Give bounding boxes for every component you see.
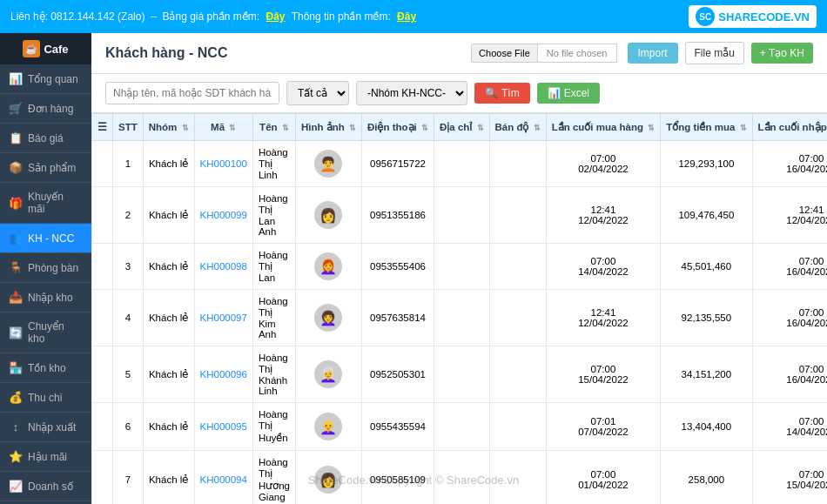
price-link[interactable]: Đây <box>266 10 286 23</box>
customer-link[interactable]: KH000097 <box>200 312 247 323</box>
customer-link[interactable]: KH000098 <box>200 261 247 272</box>
logo-icon: SC <box>696 7 715 26</box>
sidebar-item-baogia[interactable]: 📋 Báo giá <box>0 124 91 153</box>
sidebar-item-thuchi[interactable]: 💰 Thu chi <box>0 383 91 413</box>
cell-lancuoinhaph: 07:00 16/04/2022 <box>752 141 827 187</box>
sidebar-item-khuyenmai[interactable]: 🎁 Khuyến mãi <box>0 183 91 224</box>
cell-nhom: Khách lẻ <box>143 346 194 403</box>
cell-dienthoai: 0955435594 <box>361 403 434 451</box>
sidebar-item-doanhso[interactable]: 📈 Doanh số <box>0 472 91 501</box>
customer-link[interactable]: KH000095 <box>200 421 247 432</box>
col-header-lancuoinhaph[interactable]: Lần cuối nhập hàng ⇅ <box>752 114 827 141</box>
avatar: 👩‍🦲 <box>314 413 342 440</box>
table-row: 3 Khách lẻ KH000098 Hoàng Thị Lan 👩‍🦰 09… <box>92 244 828 290</box>
cell-hinhanh: 👩 <box>295 187 361 244</box>
col-header-tongtienmua[interactable]: Tổng tiền mua ⇅ <box>661 114 752 141</box>
cell-bando <box>489 187 546 244</box>
cell-lancuoinhaph: 12:41 12/04/2022 <box>752 187 827 244</box>
sidebar-item-phongban[interactable]: 🪑 Phòng bàn <box>0 253 91 283</box>
add-customer-button[interactable]: + Tạo KH <box>751 43 813 64</box>
dashboard-icon: 📊 <box>9 72 23 85</box>
table-row: 5 Khách lẻ KH000096 Hoàng Thị Khánh Linh… <box>92 346 828 403</box>
cell-lancuoimua: 07:01 07/04/2022 <box>546 403 661 451</box>
transfer-icon: 🔄 <box>9 326 23 339</box>
avatar: 👩‍🦱 <box>314 304 342 332</box>
category-select[interactable]: Tất cả <box>286 81 349 105</box>
sidebar-item-donhang[interactable]: 🛒 Đơn hàng <box>0 94 91 124</box>
cell-settings <box>92 290 113 346</box>
stock-icon: 🏪 <box>9 361 23 374</box>
sidebar-brand: ☕ Cafe <box>0 33 91 64</box>
col-header-settings: ☰ <box>92 114 113 141</box>
customer-link[interactable]: KH000094 <box>200 474 247 485</box>
excel-button[interactable]: 📊 Excel <box>537 83 600 104</box>
cell-lancuoinhaph: 07:00 14/04/2022 <box>752 403 827 451</box>
export-icon: ↕️ <box>9 420 23 433</box>
customer-link[interactable]: KH000096 <box>200 369 247 380</box>
cell-diachi <box>434 187 489 244</box>
sidebar-item-nhapkho[interactable]: 📥 Nhập kho <box>0 283 91 312</box>
cell-settings <box>92 403 113 451</box>
cell-nhom: Khách lẻ <box>143 141 194 187</box>
cell-ma: KH000095 <box>194 403 252 451</box>
avatar: 👩‍🦰 <box>314 252 342 280</box>
cell-hinhanh: 👩‍🦳 <box>295 346 361 403</box>
table-row: 1 Khách lẻ KH000100 Hoàng Thị Linh 🧑‍🦱 0… <box>92 141 828 187</box>
cell-tongtienmua: 92,135,550 <box>661 290 752 346</box>
sidebar-item-kh-ncc[interactable]: 👥 KH - NCC <box>0 224 91 253</box>
cell-hinhanh: 👩‍🦱 <box>295 290 361 346</box>
cell-ma: KH000097 <box>194 290 252 346</box>
cell-diachi <box>434 244 489 290</box>
cell-diachi <box>434 403 489 451</box>
topbar-contact: Liên hệ: 0812.144.142 (Zalo) – Bảng giá … <box>10 10 420 23</box>
cell-ten: Hoàng Thị Lan Anh <box>252 187 295 244</box>
col-header-stt: STT <box>113 114 144 141</box>
cell-ma: KH000100 <box>194 141 252 187</box>
col-header-nhom[interactable]: Nhóm ⇅ <box>143 114 194 141</box>
cell-hinhanh: 🧑‍🦱 <box>295 141 361 187</box>
page-title: Khách hàng - NCC <box>105 45 227 61</box>
col-header-dienthoai[interactable]: Điện thoại ⇅ <box>361 114 434 141</box>
cell-tongtienmua: 129,293,100 <box>661 141 752 187</box>
cell-nhom: Khách lẻ <box>143 403 194 451</box>
topbar: Liên hệ: 0812.144.142 (Zalo) – Bảng giá … <box>0 0 827 33</box>
cell-ma: KH000099 <box>194 187 252 244</box>
file-mau-button[interactable]: File mẫu <box>685 42 744 64</box>
customer-link[interactable]: KH000099 <box>200 210 247 220</box>
search-input[interactable] <box>105 82 279 104</box>
sidebar: ☕ Cafe 📊 Tổng quan 🛒 Đơn hàng 📋 Báo giá … <box>0 33 91 504</box>
import-button[interactable]: Import <box>628 43 678 64</box>
cell-lancuoimua: 12:41 12/04/2022 <box>546 187 661 244</box>
cell-dienthoai: 0953555406 <box>361 244 434 290</box>
col-header-lancuoimua[interactable]: Lần cuối mua hàng ⇅ <box>546 114 661 141</box>
cell-stt: 4 <box>113 290 144 346</box>
sidebar-item-chuyenkho[interactable]: 🔄 Chuyển kho <box>0 312 91 353</box>
search-button[interactable]: 🔍 Tìm <box>474 83 530 104</box>
cell-tongtienmua: 258,000 <box>661 451 752 505</box>
avatar: 👩 <box>314 466 342 494</box>
cell-hinhanh: 👩‍🦰 <box>295 244 361 290</box>
sidebar-item-haumai[interactable]: ⭐ Hậu mãi <box>0 442 91 472</box>
group-select[interactable]: -Nhóm KH-NCC- <box>356 81 467 105</box>
brand-icon: ☕ <box>23 40 40 57</box>
info-link[interactable]: Đây <box>397 10 416 23</box>
cell-lancuoimua: 07:00 15/04/2022 <box>546 346 661 403</box>
sidebar-item-tongquan[interactable]: 📊 Tổng quan <box>0 64 91 94</box>
sidebar-item-tonkho[interactable]: 🏪 Tồn kho <box>0 353 91 383</box>
cell-tongtienmua: 109,476,450 <box>661 187 752 244</box>
customer-link[interactable]: KH000100 <box>200 158 247 169</box>
sidebar-item-sanpham[interactable]: 📦 Sản phẩm <box>0 153 91 183</box>
cell-lancuoinhaph: 07:00 16/04/2022 <box>752 290 827 346</box>
finance-icon: 💰 <box>9 391 23 404</box>
search-icon: 🔍 <box>485 87 498 99</box>
cell-nhom: Khách lẻ <box>143 290 194 346</box>
col-header-hinhanh[interactable]: Hình ảnh ⇅ <box>295 114 361 141</box>
file-label: No file chosen <box>538 44 617 63</box>
col-header-ten[interactable]: Tên ⇅ <box>252 114 295 141</box>
col-header-diachi[interactable]: Địa chỉ ⇅ <box>434 114 489 141</box>
col-header-bando[interactable]: Bán độ ⇅ <box>489 114 546 141</box>
col-header-ma[interactable]: Mã ⇅ <box>194 114 252 141</box>
choose-file-button[interactable]: Choose File <box>471 44 538 63</box>
sidebar-item-nhapxuat[interactable]: ↕️ Nhập xuất <box>0 413 91 442</box>
cell-stt: 1 <box>113 141 144 187</box>
